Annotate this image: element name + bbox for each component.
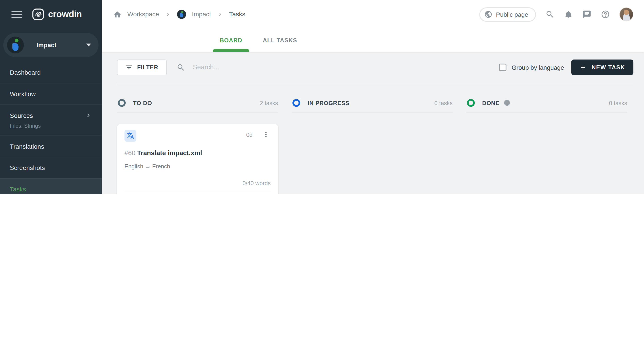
todo-status-icon [118, 99, 126, 107]
more-vert-icon[interactable] [261, 130, 270, 139]
task-count: 2 tasks [260, 100, 278, 106]
crowdin-wordmark: crowdin [48, 9, 82, 20]
due-badge: 0d [246, 131, 253, 138]
done-status-icon [467, 99, 475, 107]
column-done: DONE 0 tasks [466, 99, 627, 194]
task-board: FILTER Group by language NEW TASK [102, 52, 644, 194]
project-logo [7, 36, 24, 53]
sidebar-header: crowdin [0, 0, 102, 29]
help-icon[interactable] [601, 10, 610, 19]
hamburger-menu-icon[interactable] [12, 11, 22, 18]
sidebar: crowdin Impact Dashboard Workflow Source… [0, 0, 102, 194]
crowdin-logo: crowdin [32, 8, 82, 20]
public-page-button[interactable]: Public page [479, 7, 536, 22]
sidebar-item-translations[interactable]: Translations [0, 136, 102, 157]
sidebar-nav: Dashboard Workflow Sources Files, String… [0, 62, 102, 194]
column-header-todo: TO DO 2 tasks [117, 99, 278, 113]
topbar: Workspace Impact Tasks Public page [102, 0, 644, 29]
translate-task-icon [124, 130, 136, 142]
active-tab-indicator [213, 49, 249, 52]
in-progress-status-icon [292, 99, 300, 107]
page-header: Workspace Impact Tasks Public page [102, 0, 644, 52]
sidebar-item-screenshots[interactable]: Screenshots [0, 157, 102, 178]
breadcrumb-project[interactable]: Impact [192, 11, 211, 18]
sidebar-item-workflow[interactable]: Workflow [0, 83, 102, 104]
tab-board[interactable]: BOARD [213, 29, 249, 52]
home-icon[interactable] [113, 10, 122, 19]
filter-button[interactable]: FILTER [117, 60, 166, 75]
plus-icon [580, 64, 586, 71]
board-toolbar: FILTER Group by language NEW TASK [117, 52, 633, 84]
breadcrumb-page: Tasks [229, 11, 245, 18]
new-task-button[interactable]: NEW TASK [572, 60, 634, 75]
notifications-bell-icon[interactable] [564, 10, 573, 19]
crowdin-logo-icon [32, 8, 44, 20]
task-card-60[interactable]: 0d #60Translate impact.xml English → Fre… [117, 124, 278, 194]
breadcrumb: Workspace Impact Tasks [113, 10, 479, 19]
column-todo: TO DO 2 tasks 0d [117, 99, 278, 194]
topbar-actions: Public page [479, 7, 634, 22]
project-selector[interactable]: Impact [3, 33, 98, 57]
chevron-right-icon [217, 11, 223, 18]
globe-icon [484, 10, 492, 18]
app-window: crowdin Impact Dashboard Workflow Source… [0, 0, 644, 194]
divider [124, 191, 271, 192]
board-search [176, 63, 499, 72]
sidebar-item-sources[interactable]: Sources Files, Strings [0, 104, 102, 136]
sidebar-item-tasks[interactable]: Tasks [0, 178, 102, 194]
search-icon[interactable] [546, 10, 554, 19]
project-name: Impact [36, 42, 86, 48]
task-count: 0 tasks [434, 100, 452, 106]
breadcrumb-project-logo [177, 10, 186, 19]
chevron-right-icon [165, 11, 171, 18]
search-input[interactable] [192, 63, 364, 72]
chevron-right-icon [84, 112, 92, 119]
sidebar-item-dashboard[interactable]: Dashboard [0, 62, 102, 83]
column-header-in-progress: IN PROGRESS 0 tasks [292, 99, 452, 113]
column-header-done: DONE 0 tasks [466, 99, 627, 113]
info-icon[interactable] [504, 99, 510, 106]
user-avatar[interactable] [620, 8, 633, 21]
column-in-progress: IN PROGRESS 0 tasks [292, 99, 452, 194]
group-by-language-toggle[interactable]: Group by language [499, 64, 564, 71]
task-language-pair: English → French [124, 163, 271, 170]
task-count: 0 tasks [609, 100, 627, 106]
board-columns: TO DO 2 tasks 0d [117, 99, 633, 194]
tab-all-tasks[interactable]: ALL TASKS [256, 29, 304, 52]
main-area: Workspace Impact Tasks Public page [102, 0, 644, 194]
task-title[interactable]: #60Translate impact.xml [124, 150, 271, 157]
filter-icon [125, 64, 132, 71]
group-by-language-checkbox[interactable] [499, 64, 506, 71]
messages-icon[interactable] [582, 10, 591, 19]
task-progress: 0/40 words [124, 180, 271, 186]
breadcrumb-workspace[interactable]: Workspace [127, 11, 159, 18]
tabs: BOARD ALL TASKS [102, 29, 644, 52]
chevron-down-icon [86, 44, 91, 46]
search-icon [176, 63, 185, 72]
